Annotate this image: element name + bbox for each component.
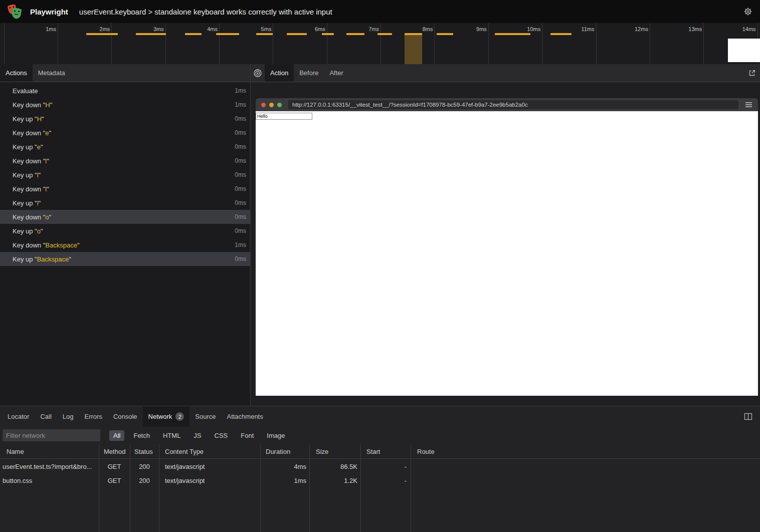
timeline-action-bar[interactable]: [322, 33, 334, 35]
action-list-item[interactable]: Key down "l"0ms: [0, 182, 250, 196]
snapshot-toolbar: ActionBeforeAfter: [251, 64, 760, 82]
timeline-tick-label: 1ms: [21, 26, 56, 32]
tab-console[interactable]: Console: [108, 406, 143, 427]
timeline-action-bar[interactable]: [405, 33, 422, 35]
action-key-value: Backspace: [45, 241, 77, 249]
action-list-item[interactable]: Key up "l"0ms: [0, 196, 250, 210]
filter-chip-image[interactable]: Image: [263, 430, 289, 441]
timeline-action-bar[interactable]: [256, 33, 273, 35]
pick-locator-icon: [253, 69, 262, 78]
action-list-item[interactable]: Key up "o"0ms: [0, 224, 250, 238]
action-key-value: H: [45, 101, 50, 109]
traffic-lights: [261, 103, 285, 107]
filter-chip-css[interactable]: CSS: [211, 430, 232, 441]
action-list-item[interactable]: Evaluate1ms: [0, 84, 250, 98]
timeline-tick-label: 5ms: [236, 26, 271, 32]
tab-metadata[interactable]: Metadata: [33, 64, 71, 82]
action-title: Evaluate: [13, 87, 38, 95]
film-strip-frame[interactable]: [728, 39, 760, 62]
timeline-tick-label: 2ms: [75, 26, 110, 32]
filter-chip-all[interactable]: All: [109, 430, 124, 441]
action-list-item[interactable]: Key down "l"0ms: [0, 154, 250, 168]
tab-attachments[interactable]: Attachments: [221, 406, 268, 427]
cell-duration: 4ms: [260, 463, 309, 470]
tab-source[interactable]: Source: [189, 406, 221, 427]
action-title: Key up ": [13, 199, 37, 207]
timeline-action-bar[interactable]: [550, 33, 572, 35]
action-list-item[interactable]: Key up "Backspace"0ms: [0, 252, 250, 266]
timeline-action-bar[interactable]: [287, 33, 307, 35]
column-header-size[interactable]: Size: [309, 448, 360, 455]
open-snapshot-button[interactable]: [745, 64, 759, 82]
filter-chip-html[interactable]: HTML: [159, 430, 184, 441]
timeline-action-bar[interactable]: [346, 33, 364, 35]
timeline-tick-label: 13ms: [667, 26, 702, 32]
timeline-action-bar[interactable]: [437, 33, 453, 35]
network-request-row[interactable]: userEvent.test.ts?import&bro...GET200tex…: [0, 459, 760, 473]
filter-chip-fetch[interactable]: Fetch: [129, 430, 154, 441]
timeline-action-bar[interactable]: [86, 33, 118, 35]
timeline-tick-label: 4ms: [182, 26, 218, 32]
network-filter-input[interactable]: [3, 429, 100, 441]
cell-duration: 1ms: [260, 477, 309, 484]
playwright-logo-icon: [6, 3, 24, 21]
details-tab-label: Source: [195, 413, 216, 420]
action-title: Key up ": [13, 115, 37, 123]
tab-after[interactable]: After: [324, 64, 348, 82]
action-key-value: Backspace: [37, 255, 69, 263]
panel-layout-button[interactable]: [742, 410, 754, 422]
actions-panel-tabs: ActionsMetadata: [0, 64, 250, 82]
tab-call[interactable]: Call: [35, 406, 57, 427]
page-text-input[interactable]: [256, 113, 312, 120]
action-key-value: o: [37, 227, 41, 235]
action-title: Key down ": [13, 101, 45, 109]
tab-actions[interactable]: Actions: [0, 64, 33, 82]
timeline-action-bar[interactable]: [216, 33, 239, 35]
tab-network[interactable]: Network2: [143, 406, 190, 427]
network-request-row[interactable]: button.cssGET200text/javascript1ms1.2K-: [0, 473, 760, 487]
tab-errors[interactable]: Errors: [79, 406, 107, 427]
traffic-light-maximize-icon: [277, 103, 282, 107]
column-header-duration[interactable]: Duration: [260, 448, 309, 455]
timeline-gridline: [219, 23, 220, 64]
action-duration: 1ms: [235, 101, 246, 108]
action-list-item[interactable]: Key down "Backspace"1ms: [0, 238, 250, 252]
app-header: Playwright userEvent.keyboard > standalo…: [0, 0, 760, 23]
browser-menu-icon[interactable]: [745, 102, 752, 107]
action-duration: 0ms: [235, 213, 246, 220]
action-list-item[interactable]: Key down "o"0ms: [0, 210, 250, 224]
pick-locator-button[interactable]: [251, 64, 265, 82]
column-header-name[interactable]: Name: [0, 448, 99, 455]
action-list-item[interactable]: Key down "e"0ms: [0, 126, 250, 140]
action-list-item[interactable]: Key up "H"0ms: [0, 112, 250, 126]
timeline-action-bar[interactable]: [495, 33, 530, 35]
filter-chip-font[interactable]: Font: [237, 430, 258, 441]
column-header-start[interactable]: Start: [360, 448, 411, 455]
action-key-value: H: [37, 115, 42, 123]
column-header-route[interactable]: Route: [411, 448, 760, 455]
action-title-quote: ": [47, 157, 49, 165]
cell-size: 1.2K: [309, 477, 360, 484]
action-list-item[interactable]: Key down "H"1ms: [0, 98, 250, 112]
tab-log[interactable]: Log: [57, 406, 79, 427]
timeline-action-bar[interactable]: [136, 33, 166, 35]
column-header-content_type[interactable]: Content Type: [159, 448, 260, 455]
timeline-selected-range[interactable]: [405, 33, 422, 64]
filter-chip-js[interactable]: JS: [189, 430, 205, 441]
browser-chrome-bar: http://127.0.0.1:63315/__vitest_test__/?…: [256, 98, 758, 111]
timeline-action-bar[interactable]: [377, 33, 392, 35]
snapshot-tabs: ActionBeforeAfter: [265, 64, 349, 82]
tab-action[interactable]: Action: [265, 64, 294, 82]
cell-size: 86.5K: [309, 463, 360, 470]
action-list-item[interactable]: Key up "l"0ms: [0, 168, 250, 182]
tab-locator[interactable]: Locator: [2, 406, 35, 427]
timeline[interactable]: 1ms2ms3ms4ms5ms6ms7ms8ms9ms10ms11ms12ms1…: [0, 23, 760, 64]
action-list-item[interactable]: Key up "e"0ms: [0, 140, 250, 154]
timeline-action-bar[interactable]: [185, 33, 201, 35]
column-header-method[interactable]: Method: [99, 448, 130, 455]
timeline-gridline: [488, 23, 489, 64]
test-title: userEvent.keyboard > standalone keyboard…: [79, 8, 332, 16]
column-header-status[interactable]: Status: [130, 448, 159, 455]
settings-button[interactable]: [742, 6, 754, 18]
tab-before[interactable]: Before: [294, 64, 324, 82]
